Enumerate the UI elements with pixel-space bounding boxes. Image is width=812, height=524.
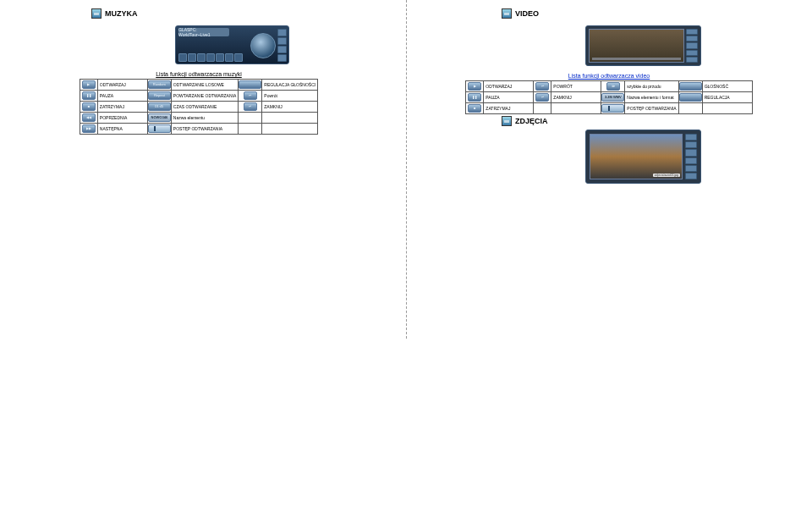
zdjecia-title-row: ZDJĘCIA (502, 116, 808, 126)
video-player-thumb (585, 25, 701, 66)
table-cell (601, 103, 625, 114)
table-cell (534, 103, 551, 114)
video-side-buttons (686, 29, 698, 63)
table-cell: ■ (466, 103, 484, 114)
table-cell: REGULACJA GŁOŚNOŚCI (262, 80, 318, 91)
table-cell: Nazwa elementu (171, 113, 238, 124)
chip: 3.2M WMV (601, 93, 624, 102)
chip (601, 104, 624, 113)
stop-icon: ■ (468, 104, 481, 113)
music-subhead: Lista funkcji odtwarzacza muzyki (0, 71, 398, 77)
photo-thumb: zdjecia\auto02.jpg (585, 130, 701, 184)
chip (148, 124, 171, 133)
table-cell (239, 80, 262, 91)
table-cell: ❚❚ (80, 91, 97, 102)
table-cell: PAUZA (484, 92, 534, 103)
video-screen (589, 29, 684, 63)
table-cell (239, 124, 262, 135)
chip: NOWO346 (148, 113, 171, 122)
table-cell: ▶ (466, 81, 484, 92)
music-lcd: GLASPC: WorldTour~Live1 (178, 28, 229, 36)
table-cell: ↩ (239, 91, 262, 102)
chip: Random (148, 80, 171, 89)
table-cell: ≫ (601, 81, 625, 92)
table-cell: ODTWARZAJ (484, 81, 534, 92)
pause-icon: ❚❚ (468, 93, 481, 102)
table-cell: POWRÓT (551, 81, 601, 92)
table-cell: Nazwa elementu i format (625, 92, 678, 103)
table-cell: PAUZA (97, 91, 147, 102)
table-cell: ↩ (534, 81, 551, 92)
table-cell: NASTĘPNA (97, 124, 147, 135)
table-cell: ▶ (80, 80, 97, 91)
table-cell: 01:45 (147, 102, 171, 113)
music-player-thumb: GLASPC: WorldTour~Live1 (175, 25, 289, 64)
video-icon (502, 8, 512, 19)
prev-icon: ◀◀ (82, 113, 96, 122)
table-cell: POSTĘP ODTWARZANIA (625, 103, 678, 114)
table-cell: NOWO346 (147, 113, 171, 124)
table-cell (262, 124, 318, 135)
music-player-buttons (178, 53, 243, 62)
table-cell: Powrót (262, 91, 318, 102)
table-cell (551, 103, 601, 114)
next-icon: ▶▶ (82, 124, 96, 133)
table-cell: 3.2M WMV (601, 92, 625, 103)
table-cell: ▶▶ (80, 124, 97, 135)
chip: ↵ (244, 102, 257, 111)
table-cell: POSTĘP ODTWARZANIA (171, 124, 238, 135)
muzyka-title: MUZYKA (105, 9, 138, 18)
play-icon: ▶ (468, 82, 481, 91)
video-section: VIDEO Lista funkcji odtwarzacza video ▶O… (410, 0, 808, 184)
table-cell (702, 103, 752, 114)
table-cell: ODTWARZAJ (97, 80, 147, 91)
chip: ↩ (244, 91, 257, 100)
music-side-buttons (277, 29, 286, 62)
table-cell: POPRZEDNIA (97, 113, 147, 124)
table-cell (239, 113, 262, 124)
table-cell: ↵ (239, 102, 262, 113)
chip: ↵ (535, 93, 549, 102)
pause-icon: ❚❚ (82, 91, 96, 100)
table-cell: ↵ (534, 92, 551, 103)
video-title-row: VIDEO (502, 8, 808, 19)
table-cell (262, 113, 318, 124)
music-dial (250, 33, 276, 58)
photo-icon (502, 116, 512, 126)
play-icon: ▶ (82, 80, 96, 89)
table-cell: ODTWARZANIE LOSOWE (171, 80, 238, 91)
table-cell: REGULACJA (702, 92, 752, 103)
zdjecia-title: ZDJĘCIA (515, 117, 548, 125)
table-cell: ❚❚ (466, 92, 484, 103)
table-cell: ◀◀ (80, 113, 97, 124)
table-cell: ■ (80, 102, 97, 113)
table-cell: Random (147, 80, 171, 91)
table-cell (678, 103, 702, 114)
table-cell (678, 81, 702, 92)
table-cell: szybkie do przodu (625, 81, 678, 92)
music-icon (91, 8, 102, 19)
video-subhead: Lista funkcji odtwarzacza video (410, 73, 808, 79)
table-cell: ZATRZYMAJ (484, 103, 534, 114)
chip: ≫ (606, 82, 620, 91)
table-cell: ZAMKNIJ (262, 102, 318, 113)
video-title: VIDEO (515, 9, 539, 18)
chip: 01:45 (148, 102, 171, 111)
chip: Repeat (148, 91, 171, 100)
muzyka-section: MUZYKA GLASPC: WorldTour~Live1 Lista fun… (0, 0, 398, 135)
table-cell (678, 92, 702, 103)
chip (239, 80, 261, 89)
table-cell: ZAMKNIJ (551, 92, 601, 103)
photo-side-buttons (685, 134, 697, 179)
video-function-table: ▶ODTWARZAJ↩POWRÓT≫szybkie do przoduGŁOŚN… (465, 80, 752, 114)
table-cell (147, 124, 171, 135)
photo-main: zdjecia\auto02.jpg (590, 134, 683, 179)
table-cell: Repeat (147, 91, 171, 102)
photo-caption: zdjecia\auto02.jpg (653, 174, 680, 177)
table-cell: ZATRZYMAJ (97, 102, 147, 113)
table-cell: CZAS ODTWARZANIE (171, 102, 238, 113)
chip (679, 93, 702, 102)
stop-icon: ■ (82, 102, 96, 111)
muzyka-title-row: MUZYKA (91, 8, 398, 19)
table-cell: GŁOŚNOŚĆ (702, 81, 752, 92)
